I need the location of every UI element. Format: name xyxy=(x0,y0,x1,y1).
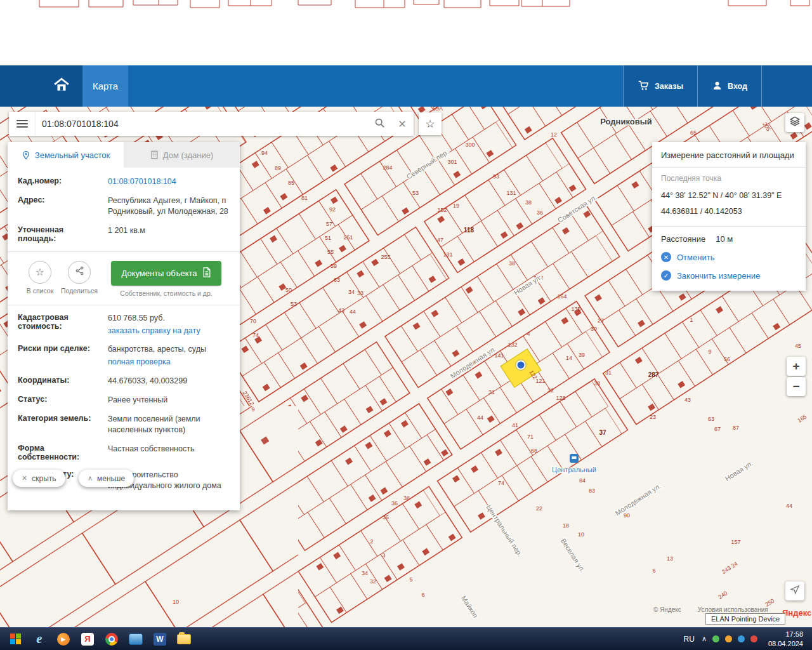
language-indicator[interactable]: RU xyxy=(684,635,695,644)
tab-label: Земельный участок xyxy=(35,150,110,160)
svg-text:18: 18 xyxy=(563,522,569,529)
clear-search-button[interactable]: ✕ xyxy=(391,112,414,136)
zoom-out-button[interactable]: − xyxy=(787,377,806,396)
add-to-list-button[interactable]: ☆ В список xyxy=(20,261,60,295)
svg-text:38: 38 xyxy=(403,495,410,501)
svg-text:31: 31 xyxy=(488,389,495,395)
field-label: Координаты: xyxy=(18,376,108,387)
svg-text:31: 31 xyxy=(605,369,612,376)
svg-text:70: 70 xyxy=(250,318,256,324)
taskbar-clock[interactable]: 17:58 08.04.2024 xyxy=(763,630,807,649)
folder-icon xyxy=(177,634,191,644)
tray-network-icon[interactable] xyxy=(738,635,745,642)
svg-text:19: 19 xyxy=(453,202,459,209)
field-label: Кад.номер: xyxy=(18,176,108,187)
finish-measure-link[interactable]: ✓ Закончить измерение xyxy=(661,270,797,281)
field-row: Кад.номер:01:08:0701018:104 xyxy=(18,176,230,187)
locate-button[interactable] xyxy=(785,581,804,600)
fields-detail: Кадастровая стоимость:610 768.55 руб.зак… xyxy=(18,313,230,491)
svg-text:37: 37 xyxy=(599,429,606,436)
field-row: Категория земель:Земли поселений (земли … xyxy=(18,414,230,435)
word-button[interactable]: W xyxy=(150,630,170,648)
svg-text:300: 300 xyxy=(465,142,475,148)
media-player-button[interactable]: ▶ xyxy=(53,630,74,648)
svg-text:23: 23 xyxy=(650,414,656,420)
svg-text:36: 36 xyxy=(383,514,389,521)
chrome-button[interactable] xyxy=(102,630,122,648)
header-tail xyxy=(761,65,812,107)
folder-button[interactable] xyxy=(174,630,194,648)
svg-text:94: 94 xyxy=(261,150,268,156)
field-link[interactable]: полная проверка xyxy=(108,357,206,368)
svg-text:57: 57 xyxy=(326,221,332,227)
field-row: Уточненная площадь:1 201 кв.м xyxy=(18,225,230,243)
hidden-icons-chevron[interactable]: ∧ xyxy=(702,635,707,643)
svg-text:33: 33 xyxy=(357,290,363,296)
object-documents-button[interactable]: Документы объекта xyxy=(111,261,221,286)
svg-text:65: 65 xyxy=(690,129,697,136)
zoom-in-button[interactable]: + xyxy=(787,357,806,376)
yandex-browser-button[interactable]: Я xyxy=(77,630,98,648)
measure-point-marker[interactable] xyxy=(517,361,525,369)
svg-text:55: 55 xyxy=(327,249,334,255)
svg-text:45: 45 xyxy=(795,343,801,349)
field-label: Уточненная площадь: xyxy=(18,225,108,243)
start-button[interactable] xyxy=(5,630,25,648)
tab-building[interactable]: Дом (здание) xyxy=(124,142,240,168)
divider xyxy=(8,305,240,305)
search-input[interactable] xyxy=(36,119,368,129)
svg-text:157: 157 xyxy=(731,539,740,545)
home-button[interactable] xyxy=(0,65,82,107)
svg-text:74: 74 xyxy=(252,332,259,338)
tray-antivirus-icon[interactable] xyxy=(712,635,719,642)
plus-icon: + xyxy=(792,359,799,373)
divider xyxy=(8,251,240,252)
svg-text:255: 255 xyxy=(381,254,390,260)
internet-explorer-button[interactable]: e xyxy=(29,630,49,648)
svg-text:38: 38 xyxy=(509,260,515,267)
clock-date: 08.04.2024 xyxy=(768,639,803,649)
search-button[interactable] xyxy=(368,112,391,136)
svg-text:59: 59 xyxy=(331,263,337,269)
terms-link[interactable]: Условия использования xyxy=(698,606,768,613)
svg-text:53: 53 xyxy=(291,301,297,307)
menu-button[interactable] xyxy=(9,112,36,136)
tab-map[interactable]: Карта xyxy=(82,65,128,107)
favorite-search-button[interactable]: ☆ xyxy=(419,112,442,135)
svg-text:43: 43 xyxy=(684,397,691,403)
explorer-icon xyxy=(129,633,143,645)
divider xyxy=(652,226,806,227)
tray-volume-icon[interactable] xyxy=(750,635,757,642)
system-tray: RU ∧ 17:58 08.04.2024 xyxy=(684,630,807,649)
svg-text:63: 63 xyxy=(334,277,340,283)
taskbar: e ▶ Я W RU ∧ 17:58 08.04.2024 xyxy=(0,627,812,650)
layers-icon xyxy=(789,116,801,130)
minus-icon: − xyxy=(792,380,799,394)
orders-button[interactable]: Заказы xyxy=(623,65,697,107)
fields-top: Кад.номер:01:08:0701018:104Адрес:Республ… xyxy=(18,176,230,243)
field-link[interactable]: заказать справку на дату xyxy=(108,326,200,336)
share-button[interactable]: Поделиться xyxy=(60,261,99,295)
tray-update-icon[interactable] xyxy=(725,635,732,642)
chrome-icon xyxy=(105,633,118,646)
pointer-device-tooltip: ELAN Pointing Device xyxy=(705,613,785,625)
svg-text:71: 71 xyxy=(527,434,534,440)
login-button[interactable]: Вход xyxy=(697,65,761,107)
svg-text:34: 34 xyxy=(348,289,355,295)
svg-text:301: 301 xyxy=(447,159,457,165)
svg-text:12: 12 xyxy=(551,131,557,138)
tab-land-parcel[interactable]: Земельный участок xyxy=(8,142,124,168)
tab-map-label: Карта xyxy=(93,81,118,91)
field-row: Кадастровая стоимость:610 768.55 руб.зак… xyxy=(18,313,230,336)
svg-text:251: 251 xyxy=(343,234,353,241)
field-row: Статус:Ранее учтенный xyxy=(18,395,230,406)
svg-text:5: 5 xyxy=(409,576,412,583)
collapse-panel-button[interactable]: ∧ меньше xyxy=(79,470,134,487)
hide-panel-button[interactable]: ✕ скрыть xyxy=(13,470,65,487)
docs-caption: Собственник, стоимость и др. xyxy=(120,289,212,297)
layers-button[interactable] xyxy=(785,113,804,132)
file-explorer-button[interactable] xyxy=(126,630,146,648)
svg-text:36: 36 xyxy=(391,500,398,507)
cancel-measure-link[interactable]: ✕ Отменить xyxy=(661,252,797,262)
hide-label: скрыть xyxy=(32,474,56,483)
